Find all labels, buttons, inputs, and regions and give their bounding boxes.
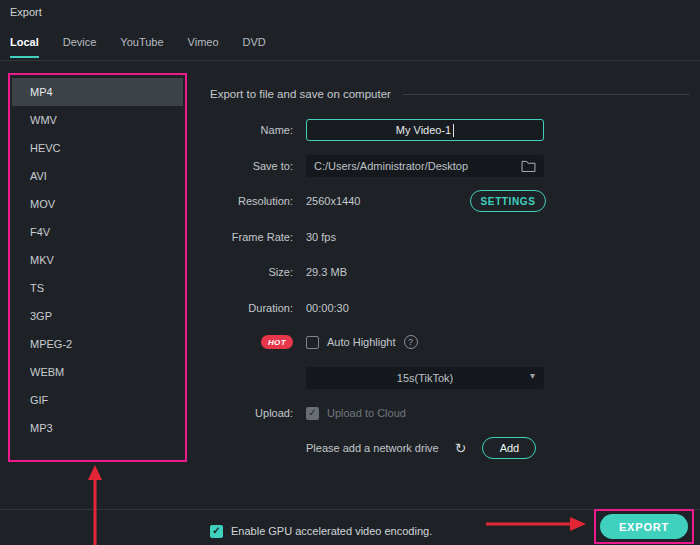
save-to-value: C:/Users/Administrator/Desktop <box>314 160 468 172</box>
auto-highlight-checkbox[interactable] <box>306 336 319 349</box>
auto-highlight-label: Auto Highlight <box>327 336 396 348</box>
format-item-mp3[interactable]: MP3 <box>12 414 183 442</box>
section-title: Export to file and save on computer <box>210 88 391 100</box>
format-item-mov[interactable]: MOV <box>12 190 183 218</box>
text-caret <box>453 124 454 137</box>
gpu-encoding-row: ✓ Enable GPU accelerated video encoding. <box>210 519 432 543</box>
hot-badge: HOT <box>261 335 293 349</box>
format-item-ts[interactable]: TS <box>12 274 183 302</box>
help-icon[interactable]: ? <box>404 335 418 349</box>
arrow-right-annotation <box>484 513 588 535</box>
size-value: 29.3 MB <box>306 266 347 278</box>
resolution-value: 2560x1440 <box>306 195 360 207</box>
frame-rate-label: Frame Rate: <box>210 231 293 243</box>
tab-device[interactable]: Device <box>63 36 97 58</box>
tab-dvd[interactable]: DVD <box>243 36 266 58</box>
export-button[interactable]: EXPORT <box>600 514 688 539</box>
resolution-row: Resolution: 2560x1440 SETTINGS <box>210 189 690 213</box>
tab-bar: Local Device YouTube Vimeo DVD <box>10 36 266 58</box>
window-title: Export <box>10 6 42 18</box>
size-row: Size: 29.3 MB <box>210 260 690 284</box>
save-to-row: Save to: C:/Users/Administrator/Desktop <box>210 154 690 178</box>
format-item-f4v[interactable]: F4V <box>12 218 183 246</box>
duration-label: Duration: <box>210 302 293 314</box>
save-to-label: Save to: <box>210 160 293 172</box>
add-button[interactable]: Add <box>482 437 536 459</box>
format-item-gif[interactable]: GIF <box>12 386 183 414</box>
header-divider <box>0 60 700 61</box>
format-item-hevc[interactable]: HEVC <box>12 134 183 162</box>
preset-row: 15s(TikTok) ▾ <box>210 366 690 390</box>
settings-button[interactable]: SETTINGS <box>470 190 546 212</box>
format-item-mkv[interactable]: MKV <box>12 246 183 274</box>
network-drive-text: Please add a network drive <box>306 442 439 454</box>
section-divider <box>403 94 690 95</box>
duration-row: Duration: 00:00:30 <box>210 296 690 320</box>
duration-value: 00:00:30 <box>306 302 349 314</box>
format-list-annotation-box: MP4 WMV HEVC AVI MOV F4V MKV TS 3GP MPEG… <box>8 73 187 462</box>
format-item-avi[interactable]: AVI <box>12 162 183 190</box>
upload-row: Upload: ✓ Upload to Cloud <box>210 401 690 425</box>
preset-dropdown[interactable]: 15s(TikTok) ▾ <box>306 367 544 389</box>
name-value: My Video-1 <box>396 124 451 136</box>
name-label: Name: <box>210 124 293 136</box>
folder-icon[interactable] <box>521 160 536 172</box>
format-item-webm[interactable]: WEBM <box>12 358 183 386</box>
gpu-encoding-checkbox[interactable]: ✓ <box>210 525 223 538</box>
frame-rate-row: Frame Rate: 30 fps <box>210 225 690 249</box>
frame-rate-value: 30 fps <box>306 231 336 243</box>
tab-local[interactable]: Local <box>10 36 39 58</box>
refresh-icon[interactable]: ↻ <box>455 441 467 455</box>
size-label: Size: <box>210 266 293 278</box>
format-item-wmv[interactable]: WMV <box>12 106 183 134</box>
format-item-3gp[interactable]: 3GP <box>12 302 183 330</box>
format-item-mpeg2[interactable]: MPEG-2 <box>12 330 183 358</box>
chevron-down-icon: ▾ <box>530 371 535 381</box>
upload-label: Upload: <box>210 407 293 419</box>
tab-vimeo[interactable]: Vimeo <box>188 36 219 58</box>
name-row: Name: My Video-1 <box>210 118 690 142</box>
upload-cloud-label: Upload to Cloud <box>327 407 406 419</box>
resolution-label: Resolution: <box>210 195 293 207</box>
arrow-up-annotation <box>84 464 106 545</box>
preset-value: 15s(TikTok) <box>397 372 453 384</box>
save-to-input[interactable]: C:/Users/Administrator/Desktop <box>306 155 544 177</box>
gpu-encoding-label: Enable GPU accelerated video encoding. <box>231 525 432 537</box>
format-item-mp4[interactable]: MP4 <box>12 78 183 106</box>
section-header: Export to file and save on computer <box>210 82 690 106</box>
auto-highlight-row: HOT Auto Highlight ? <box>210 330 690 354</box>
network-row: Please add a network drive ↻ Add <box>210 436 690 460</box>
upload-cloud-checkbox[interactable]: ✓ <box>306 407 319 420</box>
name-input[interactable]: My Video-1 <box>306 119 544 141</box>
tab-youtube[interactable]: YouTube <box>120 36 163 58</box>
